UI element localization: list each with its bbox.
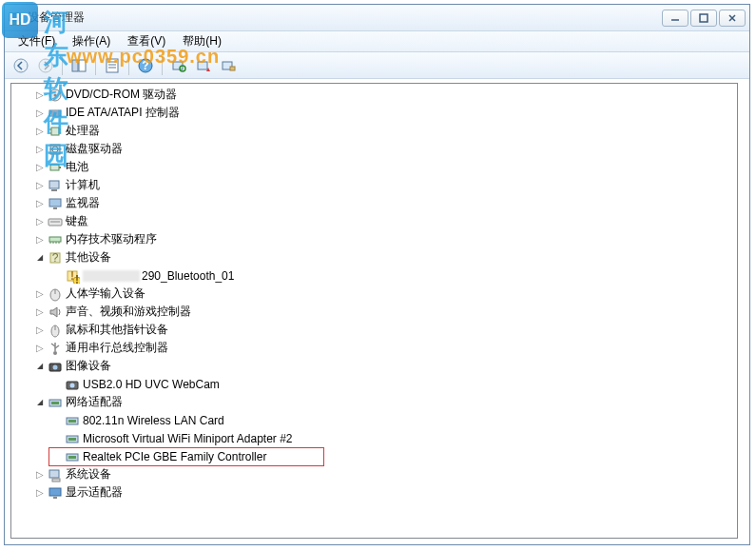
tree-node[interactable]: ◢网络适配器 bbox=[11, 393, 737, 411]
titlebar[interactable]: 设备管理器 bbox=[5, 5, 749, 31]
svg-rect-72 bbox=[49, 488, 61, 496]
tree-node[interactable]: ▷DVD/CD-ROM 驱动器 bbox=[11, 86, 737, 104]
other-icon: ? bbox=[48, 250, 63, 266]
svg-point-5 bbox=[39, 59, 52, 72]
tree-node-label: 显示适配器 bbox=[66, 484, 123, 501]
tree-node[interactable]: ▷计算机 bbox=[11, 176, 737, 194]
tree-node-label: 通用串行总线控制器 bbox=[66, 340, 168, 356]
tree-node[interactable]: ▷系统设备 bbox=[11, 465, 737, 483]
tree-node[interactable]: ▷IDE ATA/ATAPI 控制器 bbox=[11, 104, 737, 122]
tree-node[interactable]: ▷鼠标和其他指针设备 bbox=[11, 321, 737, 339]
expand-arrow-icon[interactable]: ▷ bbox=[34, 126, 46, 136]
tree-node[interactable]: ◢图像设备 bbox=[11, 357, 737, 375]
cpu-icon bbox=[48, 124, 63, 139]
memory-icon bbox=[48, 232, 63, 247]
network-icon bbox=[48, 395, 63, 410]
tree-node-label: DVD/CD-ROM 驱动器 bbox=[66, 87, 177, 103]
tree-node[interactable]: ▷通用串行总线控制器 bbox=[11, 339, 737, 357]
svg-point-54 bbox=[53, 351, 57, 355]
uninstall-button[interactable] bbox=[218, 55, 239, 76]
tree-node-label: 声音、视频和游戏控制器 bbox=[66, 304, 191, 320]
expand-arrow-icon[interactable]: ▷ bbox=[34, 487, 46, 498]
tree-node[interactable]: USB2.0 HD UVC WebCam bbox=[11, 375, 737, 393]
tree-node[interactable]: ▷处理器 bbox=[11, 122, 737, 140]
keyboard-icon bbox=[48, 214, 63, 229]
menu-file[interactable]: 文件(F) bbox=[10, 31, 63, 51]
scan-hardware-button[interactable] bbox=[168, 55, 189, 76]
tree-node[interactable]: ▷显示适配器 bbox=[11, 483, 737, 502]
minimize-button[interactable] bbox=[662, 10, 688, 27]
svg-rect-31 bbox=[50, 165, 59, 170]
svg-point-59 bbox=[53, 364, 58, 369]
expand-arrow-icon[interactable]: ▷ bbox=[34, 162, 46, 172]
tree-node[interactable]: ▷内存技术驱动程序 bbox=[11, 230, 737, 248]
tree-node[interactable]: Realtek PCIe GBE Family Controller bbox=[11, 447, 737, 465]
usb-icon bbox=[48, 341, 63, 356]
expand-arrow-icon[interactable]: ▷ bbox=[34, 108, 46, 118]
tree-node[interactable]: ▷键盘 bbox=[11, 212, 737, 230]
expand-arrow-icon[interactable]: ▷ bbox=[34, 343, 46, 353]
tree-node-label: 监视器 bbox=[66, 195, 100, 211]
svg-rect-65 bbox=[68, 420, 76, 423]
imaging-icon bbox=[48, 359, 63, 374]
content-area: ▷DVD/CD-ROM 驱动器▷IDE ATA/ATAPI 控制器▷处理器▷磁盘… bbox=[5, 79, 749, 544]
maximize-button[interactable] bbox=[690, 10, 717, 27]
svg-rect-39 bbox=[49, 237, 61, 242]
svg-rect-21 bbox=[49, 110, 61, 116]
tree-node[interactable]: 802.11n Wireless LAN Card bbox=[11, 411, 737, 429]
svg-rect-1 bbox=[11, 22, 21, 25]
tree-node[interactable]: ▷监视器 bbox=[11, 194, 737, 212]
expand-arrow-icon[interactable]: ▷ bbox=[34, 306, 46, 317]
expand-arrow-icon[interactable]: ▷ bbox=[34, 144, 46, 154]
window-title: 设备管理器 bbox=[28, 10, 662, 26]
tree-node[interactable]: !!290_Bluetooth_01 bbox=[11, 266, 737, 285]
svg-rect-0 bbox=[10, 13, 20, 21]
tree-node[interactable]: Microsoft Virtual WiFi Miniport Adapter … bbox=[11, 429, 737, 447]
tree-node[interactable]: ▷声音、视频和游戏控制器 bbox=[11, 303, 737, 321]
expand-arrow-icon[interactable]: ▷ bbox=[34, 234, 46, 245]
tree-node[interactable]: ▷人体学输入设备 bbox=[11, 285, 737, 303]
back-button[interactable] bbox=[10, 55, 31, 76]
menu-action[interactable]: 操作(A) bbox=[65, 31, 118, 51]
expand-arrow-icon[interactable]: ▷ bbox=[34, 216, 46, 226]
close-button[interactable] bbox=[719, 10, 746, 27]
device-tree[interactable]: ▷DVD/CD-ROM 驱动器▷IDE ATA/ATAPI 控制器▷处理器▷磁盘… bbox=[10, 83, 738, 539]
tree-node-label: 处理器 bbox=[66, 123, 100, 139]
menu-help[interactable]: 帮助(H) bbox=[175, 31, 229, 51]
help-button[interactable]: ? bbox=[135, 55, 156, 76]
toolbar-separator bbox=[95, 56, 96, 75]
svg-rect-71 bbox=[52, 479, 60, 482]
mouse-icon bbox=[48, 323, 63, 338]
collapse-arrow-icon[interactable]: ◢ bbox=[34, 362, 46, 370]
properties-button[interactable] bbox=[102, 55, 123, 76]
collapse-arrow-icon[interactable]: ◢ bbox=[34, 253, 46, 262]
tree-node[interactable]: ◢?其他设备 bbox=[11, 248, 737, 266]
svg-rect-32 bbox=[59, 167, 61, 168]
svg-rect-18 bbox=[230, 67, 235, 70]
forward-button[interactable] bbox=[35, 55, 56, 76]
expand-arrow-icon[interactable]: ▷ bbox=[34, 198, 46, 208]
expand-arrow-icon[interactable]: ▷ bbox=[34, 180, 46, 190]
svg-rect-6 bbox=[72, 60, 78, 71]
expand-arrow-icon[interactable]: ▷ bbox=[34, 325, 46, 335]
toolbar-separator bbox=[62, 56, 63, 75]
redacted-text bbox=[83, 270, 140, 282]
update-driver-button[interactable] bbox=[193, 55, 214, 76]
svg-rect-8 bbox=[107, 59, 118, 72]
unknown-icon: !! bbox=[65, 268, 80, 284]
tree-node[interactable]: ▷磁盘驱动器 bbox=[11, 140, 737, 158]
svg-rect-63 bbox=[51, 402, 59, 404]
expand-arrow-icon[interactable]: ▷ bbox=[34, 469, 46, 480]
show-hide-tree-button[interactable] bbox=[68, 55, 89, 76]
hid-icon bbox=[48, 286, 63, 302]
netcard-icon bbox=[65, 431, 80, 446]
expand-arrow-icon[interactable]: ▷ bbox=[34, 288, 46, 299]
netcard-icon bbox=[65, 449, 80, 464]
svg-text:?: ? bbox=[142, 59, 148, 72]
expand-arrow-icon[interactable]: ▷ bbox=[34, 89, 46, 100]
menu-view[interactable]: 查看(V) bbox=[120, 31, 173, 51]
tree-node[interactable]: ▷电池 bbox=[11, 158, 737, 176]
svg-point-20 bbox=[54, 93, 57, 96]
collapse-arrow-icon[interactable]: ◢ bbox=[34, 398, 46, 406]
svg-rect-36 bbox=[53, 207, 57, 209]
